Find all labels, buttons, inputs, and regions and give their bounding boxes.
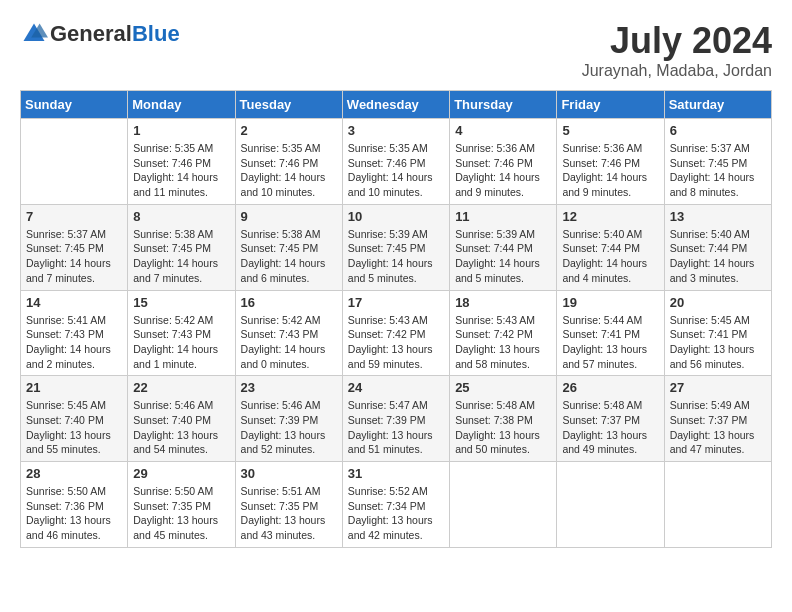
calendar-cell: 9Sunrise: 5:38 AM Sunset: 7:45 PM Daylig… xyxy=(235,204,342,290)
calendar-cell xyxy=(557,462,664,548)
cell-info: Sunrise: 5:41 AM Sunset: 7:43 PM Dayligh… xyxy=(26,313,122,372)
calendar-cell: 8Sunrise: 5:38 AM Sunset: 7:45 PM Daylig… xyxy=(128,204,235,290)
cell-info: Sunrise: 5:50 AM Sunset: 7:36 PM Dayligh… xyxy=(26,484,122,543)
cell-info: Sunrise: 5:35 AM Sunset: 7:46 PM Dayligh… xyxy=(133,141,229,200)
cell-info: Sunrise: 5:40 AM Sunset: 7:44 PM Dayligh… xyxy=(670,227,766,286)
cell-info: Sunrise: 5:42 AM Sunset: 7:43 PM Dayligh… xyxy=(133,313,229,372)
cell-info: Sunrise: 5:37 AM Sunset: 7:45 PM Dayligh… xyxy=(670,141,766,200)
cell-info: Sunrise: 5:44 AM Sunset: 7:41 PM Dayligh… xyxy=(562,313,658,372)
day-number: 27 xyxy=(670,380,766,395)
cell-info: Sunrise: 5:46 AM Sunset: 7:39 PM Dayligh… xyxy=(241,398,337,457)
calendar-cell: 19Sunrise: 5:44 AM Sunset: 7:41 PM Dayli… xyxy=(557,290,664,376)
calendar-cell: 4Sunrise: 5:36 AM Sunset: 7:46 PM Daylig… xyxy=(450,119,557,205)
day-number: 4 xyxy=(455,123,551,138)
calendar-cell: 11Sunrise: 5:39 AM Sunset: 7:44 PM Dayli… xyxy=(450,204,557,290)
calendar-cell: 31Sunrise: 5:52 AM Sunset: 7:34 PM Dayli… xyxy=(342,462,449,548)
calendar-week-row: 28Sunrise: 5:50 AM Sunset: 7:36 PM Dayli… xyxy=(21,462,772,548)
day-number: 14 xyxy=(26,295,122,310)
day-number: 23 xyxy=(241,380,337,395)
calendar-cell: 30Sunrise: 5:51 AM Sunset: 7:35 PM Dayli… xyxy=(235,462,342,548)
cell-info: Sunrise: 5:47 AM Sunset: 7:39 PM Dayligh… xyxy=(348,398,444,457)
calendar-cell: 25Sunrise: 5:48 AM Sunset: 7:38 PM Dayli… xyxy=(450,376,557,462)
day-number: 20 xyxy=(670,295,766,310)
cell-info: Sunrise: 5:48 AM Sunset: 7:38 PM Dayligh… xyxy=(455,398,551,457)
calendar-cell: 24Sunrise: 5:47 AM Sunset: 7:39 PM Dayli… xyxy=(342,376,449,462)
calendar-cell: 1Sunrise: 5:35 AM Sunset: 7:46 PM Daylig… xyxy=(128,119,235,205)
calendar-cell: 27Sunrise: 5:49 AM Sunset: 7:37 PM Dayli… xyxy=(664,376,771,462)
calendar-table: SundayMondayTuesdayWednesdayThursdayFrid… xyxy=(20,90,772,548)
cell-info: Sunrise: 5:43 AM Sunset: 7:42 PM Dayligh… xyxy=(455,313,551,372)
day-number: 2 xyxy=(241,123,337,138)
calendar-cell: 10Sunrise: 5:39 AM Sunset: 7:45 PM Dayli… xyxy=(342,204,449,290)
cell-info: Sunrise: 5:35 AM Sunset: 7:46 PM Dayligh… xyxy=(241,141,337,200)
calendar-cell: 3Sunrise: 5:35 AM Sunset: 7:46 PM Daylig… xyxy=(342,119,449,205)
calendar-week-row: 14Sunrise: 5:41 AM Sunset: 7:43 PM Dayli… xyxy=(21,290,772,376)
day-number: 28 xyxy=(26,466,122,481)
title-section: July 2024 Juraynah, Madaba, Jordan xyxy=(582,20,772,80)
calendar-cell: 7Sunrise: 5:37 AM Sunset: 7:45 PM Daylig… xyxy=(21,204,128,290)
cell-info: Sunrise: 5:49 AM Sunset: 7:37 PM Dayligh… xyxy=(670,398,766,457)
location-title: Juraynah, Madaba, Jordan xyxy=(582,62,772,80)
calendar-cell: 20Sunrise: 5:45 AM Sunset: 7:41 PM Dayli… xyxy=(664,290,771,376)
day-number: 12 xyxy=(562,209,658,224)
cell-info: Sunrise: 5:36 AM Sunset: 7:46 PM Dayligh… xyxy=(562,141,658,200)
cell-info: Sunrise: 5:42 AM Sunset: 7:43 PM Dayligh… xyxy=(241,313,337,372)
day-number: 25 xyxy=(455,380,551,395)
day-number: 15 xyxy=(133,295,229,310)
day-number: 18 xyxy=(455,295,551,310)
day-number: 1 xyxy=(133,123,229,138)
cell-info: Sunrise: 5:45 AM Sunset: 7:40 PM Dayligh… xyxy=(26,398,122,457)
weekday-header-cell: Saturday xyxy=(664,91,771,119)
logo-general-text: General xyxy=(50,21,132,46)
calendar-cell: 26Sunrise: 5:48 AM Sunset: 7:37 PM Dayli… xyxy=(557,376,664,462)
day-number: 16 xyxy=(241,295,337,310)
calendar-cell: 23Sunrise: 5:46 AM Sunset: 7:39 PM Dayli… xyxy=(235,376,342,462)
calendar-cell: 5Sunrise: 5:36 AM Sunset: 7:46 PM Daylig… xyxy=(557,119,664,205)
cell-info: Sunrise: 5:45 AM Sunset: 7:41 PM Dayligh… xyxy=(670,313,766,372)
weekday-header-row: SundayMondayTuesdayWednesdayThursdayFrid… xyxy=(21,91,772,119)
day-number: 7 xyxy=(26,209,122,224)
calendar-cell: 17Sunrise: 5:43 AM Sunset: 7:42 PM Dayli… xyxy=(342,290,449,376)
cell-info: Sunrise: 5:36 AM Sunset: 7:46 PM Dayligh… xyxy=(455,141,551,200)
calendar-week-row: 7Sunrise: 5:37 AM Sunset: 7:45 PM Daylig… xyxy=(21,204,772,290)
day-number: 31 xyxy=(348,466,444,481)
day-number: 24 xyxy=(348,380,444,395)
day-number: 13 xyxy=(670,209,766,224)
calendar-cell: 21Sunrise: 5:45 AM Sunset: 7:40 PM Dayli… xyxy=(21,376,128,462)
calendar-cell: 13Sunrise: 5:40 AM Sunset: 7:44 PM Dayli… xyxy=(664,204,771,290)
logo: GeneralBlue xyxy=(20,20,180,48)
cell-info: Sunrise: 5:52 AM Sunset: 7:34 PM Dayligh… xyxy=(348,484,444,543)
logo-blue-text: Blue xyxy=(132,21,180,46)
calendar-cell: 15Sunrise: 5:42 AM Sunset: 7:43 PM Dayli… xyxy=(128,290,235,376)
calendar-cell: 22Sunrise: 5:46 AM Sunset: 7:40 PM Dayli… xyxy=(128,376,235,462)
calendar-cell: 14Sunrise: 5:41 AM Sunset: 7:43 PM Dayli… xyxy=(21,290,128,376)
calendar-week-row: 1Sunrise: 5:35 AM Sunset: 7:46 PM Daylig… xyxy=(21,119,772,205)
calendar-cell: 6Sunrise: 5:37 AM Sunset: 7:45 PM Daylig… xyxy=(664,119,771,205)
cell-info: Sunrise: 5:46 AM Sunset: 7:40 PM Dayligh… xyxy=(133,398,229,457)
weekday-header-cell: Friday xyxy=(557,91,664,119)
calendar-cell: 16Sunrise: 5:42 AM Sunset: 7:43 PM Dayli… xyxy=(235,290,342,376)
weekday-header-cell: Wednesday xyxy=(342,91,449,119)
logo-icon xyxy=(20,20,48,48)
day-number: 29 xyxy=(133,466,229,481)
day-number: 22 xyxy=(133,380,229,395)
day-number: 6 xyxy=(670,123,766,138)
calendar-body: 1Sunrise: 5:35 AM Sunset: 7:46 PM Daylig… xyxy=(21,119,772,548)
calendar-cell xyxy=(21,119,128,205)
cell-info: Sunrise: 5:51 AM Sunset: 7:35 PM Dayligh… xyxy=(241,484,337,543)
day-number: 21 xyxy=(26,380,122,395)
weekday-header-cell: Tuesday xyxy=(235,91,342,119)
calendar-cell: 29Sunrise: 5:50 AM Sunset: 7:35 PM Dayli… xyxy=(128,462,235,548)
page-header: GeneralBlue July 2024 Juraynah, Madaba, … xyxy=(20,20,772,80)
cell-info: Sunrise: 5:40 AM Sunset: 7:44 PM Dayligh… xyxy=(562,227,658,286)
cell-info: Sunrise: 5:35 AM Sunset: 7:46 PM Dayligh… xyxy=(348,141,444,200)
cell-info: Sunrise: 5:37 AM Sunset: 7:45 PM Dayligh… xyxy=(26,227,122,286)
day-number: 11 xyxy=(455,209,551,224)
cell-info: Sunrise: 5:39 AM Sunset: 7:44 PM Dayligh… xyxy=(455,227,551,286)
day-number: 19 xyxy=(562,295,658,310)
day-number: 30 xyxy=(241,466,337,481)
calendar-cell xyxy=(664,462,771,548)
weekday-header-cell: Monday xyxy=(128,91,235,119)
cell-info: Sunrise: 5:50 AM Sunset: 7:35 PM Dayligh… xyxy=(133,484,229,543)
calendar-cell xyxy=(450,462,557,548)
